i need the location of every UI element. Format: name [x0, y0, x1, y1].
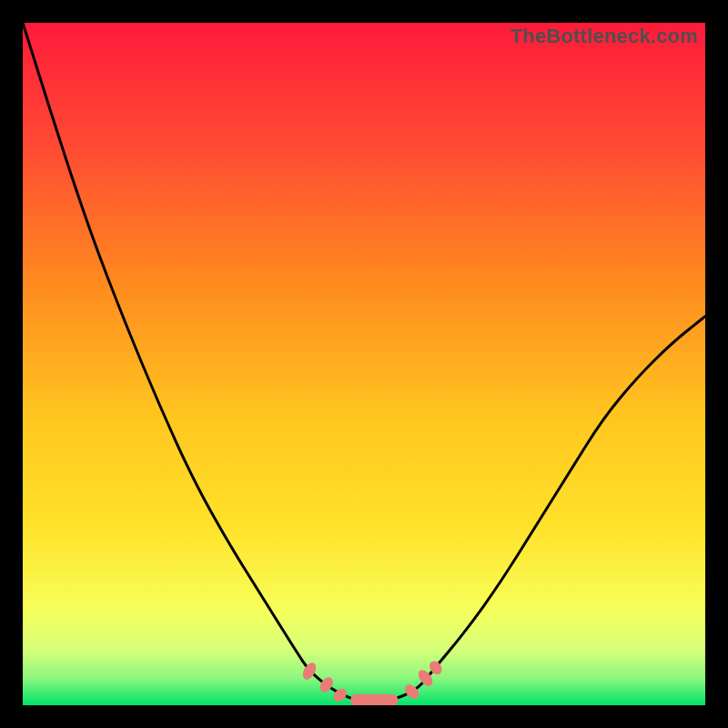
gradient-background: [23, 23, 705, 705]
chart-svg: [23, 23, 705, 705]
outer-frame: TheBottleneck.com: [0, 0, 728, 728]
watermark-text: TheBottleneck.com: [511, 25, 698, 48]
plot-area: TheBottleneck.com: [23, 23, 705, 705]
marker-capsule: [350, 694, 399, 705]
